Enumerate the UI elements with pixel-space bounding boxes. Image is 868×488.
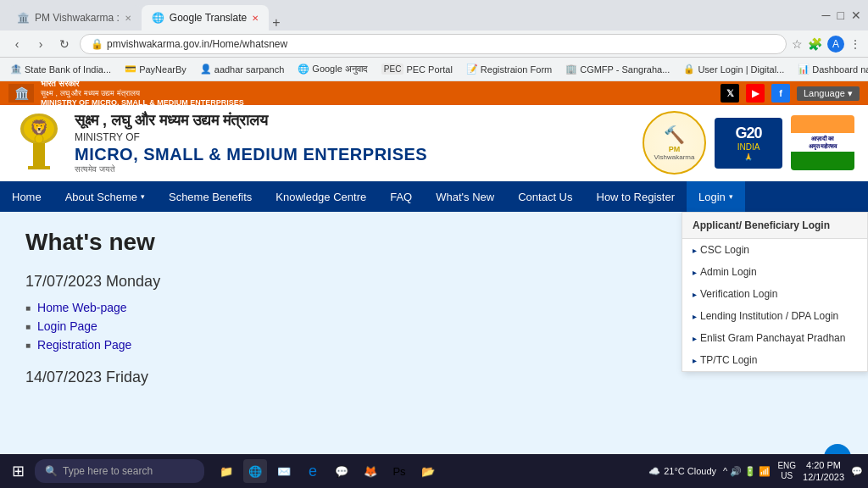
bookmark-registration[interactable]: 📝Registraion Form	[463, 62, 555, 76]
browser-tabs: 🏛️ PM Vishwakarma : ✕ 🌐 Google Translate…	[7, 0, 281, 30]
weather-info: ☁️ 21°C Cloudy	[648, 466, 716, 477]
dropdown-header: Applicant/ Beneficiary Login	[682, 213, 867, 239]
task-icon-edge[interactable]: e	[301, 459, 325, 483]
tab2-close[interactable]: ✕	[252, 14, 259, 23]
bookmark-star-icon[interactable]: ☆	[792, 37, 803, 51]
pm-vishwakarma-logo: 🔨 PM Vishwakarma	[643, 111, 706, 175]
g20-logo: G20 INDIA 🙏	[715, 118, 782, 169]
login-arrow: ▾	[729, 192, 733, 201]
url-text: pmvishwakarma.gov.in/Home/whatsnew	[107, 38, 287, 50]
maximize-button[interactable]: □	[837, 8, 844, 22]
gov-top-right: 𝕏 ▶ f Language ▾	[721, 84, 860, 103]
ministry-logos-right: 🔨 PM Vishwakarma G20 INDIA 🙏 आज़ादी काअम…	[643, 111, 854, 175]
dropdown-verification-login[interactable]: Verification Login	[682, 283, 867, 305]
task-icon-files[interactable]: 📂	[416, 459, 440, 483]
bookmark-aadhar[interactable]: 👤aadhar sarpanch	[197, 62, 288, 76]
svg-point-5	[35, 135, 43, 143]
nav-contact-us[interactable]: Contact Us	[506, 181, 584, 212]
weather-text: 21°C Cloudy	[664, 466, 716, 476]
nav-faq[interactable]: FAQ	[378, 181, 424, 212]
svg-rect-4	[28, 166, 50, 169]
nav-bar: Home About Scheme ▾ Scheme Benefits Know…	[0, 181, 868, 212]
gov-top-left: 🏛️ भारत सरकार सूक्ष्म , लघु और मध्यम उद्…	[8, 79, 244, 108]
gov-ministry-short: सूक्ष्म , लघु और मध्यम उद्यम मंत्रालय	[41, 89, 244, 98]
menu-icon[interactable]: ⋮	[849, 37, 861, 51]
dropdown-admin-login[interactable]: Admin Login	[682, 261, 867, 283]
gov-ministry-english: MINISTRY OF MICRO, SMALL & MEDIUM ENTERP…	[41, 98, 244, 108]
ministry-name: MICRO, SMALL & MEDIUM ENTERPRISES	[75, 145, 643, 164]
address-input[interactable]: 🔒 pmvishwakarma.gov.in/Home/whatsnew	[80, 34, 787, 54]
language-button[interactable]: Language ▾	[797, 86, 860, 101]
dropdown-tptc-login[interactable]: TP/TC Login	[682, 349, 867, 371]
ministry-logo: 🦁	[14, 114, 64, 173]
new-tab-button[interactable]: +	[272, 15, 280, 30]
nav-home[interactable]: Home	[0, 181, 53, 212]
gov-top-bar: 🏛️ भारत सरकार सूक्ष्म , लघु और मध्यम उद्…	[0, 81, 868, 105]
tab-pm-vishwakarma[interactable]: 🏛️ PM Vishwakarma : ✕	[7, 5, 142, 30]
twitter-icon[interactable]: 𝕏	[721, 84, 739, 103]
dropdown-csc-login[interactable]: CSC Login	[682, 239, 867, 261]
forward-button[interactable]: ›	[31, 34, 51, 54]
bookmark-user-login[interactable]: 🔒User Login | Digital...	[680, 62, 787, 76]
nav-scheme-benefits[interactable]: Scheme Benefits	[157, 181, 264, 212]
nav-knowledge-centre[interactable]: Knowledge Centre	[264, 181, 378, 212]
gov-logo-small: 🏛️	[8, 84, 34, 103]
taskbar-icons: 📁 🌐 ✉️ e 💬 🦊 Ps 📂	[214, 459, 440, 483]
bookmark-google-translate[interactable]: 🌐Google अनुवाद	[294, 62, 371, 76]
language-indicator: ENGUS	[777, 461, 796, 481]
nav-buttons: ‹ › ↻	[7, 34, 75, 54]
extension-icon[interactable]: 🧩	[808, 37, 822, 51]
task-icon-firefox[interactable]: 🦊	[359, 459, 382, 483]
notification-icon[interactable]: 💬	[851, 466, 863, 477]
back-button[interactable]: ‹	[7, 34, 27, 54]
facebook-icon[interactable]: f	[771, 84, 790, 103]
search-icon: 🔍	[45, 465, 58, 477]
task-icon-photoshop[interactable]: Ps	[387, 459, 411, 483]
youtube-icon[interactable]: ▶	[746, 84, 765, 103]
dropdown-enlist-login[interactable]: Enlist Gram Panchayat Pradhan	[682, 327, 867, 349]
tab2-label: Google Translate	[170, 12, 247, 24]
minimize-button[interactable]: ─	[822, 8, 831, 22]
nav-how-to-register[interactable]: How to Register	[585, 181, 687, 212]
gov-top-text: भारत सरकार सूक्ष्म , लघु और मध्यम उद्यम …	[41, 79, 244, 108]
taskbar-search[interactable]: 🔍 Type here to search	[35, 459, 204, 483]
dropdown-lending-login[interactable]: Lending Institution / DPA Login	[682, 305, 867, 327]
bookmark-dashboard[interactable]: 📊Dashboard nano	[794, 62, 868, 76]
sys-tray-icons: ^ 🔊 🔋 📶	[723, 466, 771, 477]
bookmarks-bar: 🏦State Bank of India... 💳PayNearBy 👤aadh…	[0, 58, 868, 81]
nav-whats-new[interactable]: What's New	[424, 181, 506, 212]
task-icon-explorer[interactable]: 📁	[214, 459, 238, 483]
ministry-hindi-name: सूक्ष्म , लघु और मध्यम उद्यम मंत्रालय	[75, 112, 643, 130]
tab1-close[interactable]: ✕	[125, 14, 131, 23]
ministry-text-block: सूक्ष्म , लघु और मध्यम उद्यम मंत्रालय MI…	[75, 112, 643, 175]
tab2-favicon: 🌐	[152, 12, 164, 24]
ministry-header: 🦁 सूक्ष्म , लघु और मध्यम उद्यम मंत्रालय …	[0, 105, 868, 181]
address-bar-row: ‹ › ↻ 🔒 pmvishwakarma.gov.in/Home/whatsn…	[0, 30, 868, 58]
start-button[interactable]: ⊞	[5, 458, 31, 484]
bookmark-pec[interactable]: PECPEC Portal	[378, 62, 456, 76]
svg-rect-3	[33, 143, 45, 167]
bookmark-cgmfp[interactable]: 🏢CGMFP - Sangraha...	[562, 62, 673, 76]
bookmark-paynearby[interactable]: 💳PayNearBy	[121, 62, 190, 76]
ashoka-pillar-icon: 🦁	[16, 114, 63, 173]
address-bar-icons: ☆ 🧩 A ⋮	[792, 36, 861, 53]
profile-icon[interactable]: A	[827, 36, 844, 53]
lock-icon: 🔒	[91, 38, 103, 50]
azadi-badge: आज़ादी काअमृत महोत्सव	[791, 115, 854, 170]
bookmark-state-bank[interactable]: 🏦State Bank of India...	[7, 62, 114, 76]
task-icon-browser[interactable]: 🌐	[243, 459, 267, 483]
close-button[interactable]: ✕	[851, 8, 861, 22]
nav-login[interactable]: Login ▾	[687, 181, 745, 212]
login-dropdown: Applicant/ Beneficiary Login CSC Login A…	[682, 212, 868, 372]
time-display: 4:20 PM	[803, 459, 844, 471]
task-icon-whatsapp[interactable]: 💬	[330, 459, 353, 483]
task-icon-mail[interactable]: ✉️	[272, 459, 296, 483]
cloud-icon: ☁️	[648, 466, 660, 477]
date-display: 12/1/2023	[803, 471, 844, 483]
tab-google-translate[interactable]: 🌐 Google Translate ✕	[142, 5, 269, 30]
ministry-of-label: MINISTRY OF	[75, 131, 643, 143]
reload-button[interactable]: ↻	[54, 34, 75, 54]
browser-chrome: 🏛️ PM Vishwakarma : ✕ 🌐 Google Translate…	[0, 0, 868, 30]
time-date: 4:20 PM 12/1/2023	[803, 459, 844, 484]
nav-about-scheme[interactable]: About Scheme ▾	[53, 181, 157, 212]
